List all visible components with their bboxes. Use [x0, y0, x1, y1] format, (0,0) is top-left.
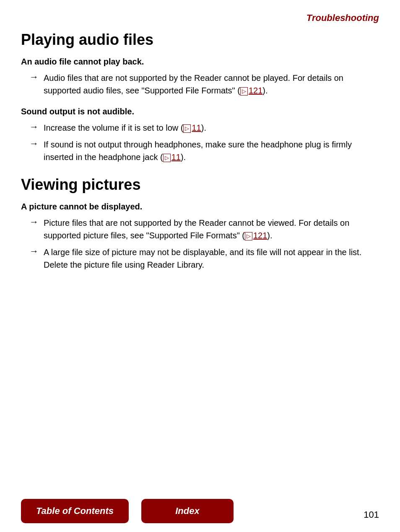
- ref-link[interactable]: 121: [249, 86, 262, 95]
- ref-link[interactable]: 11: [171, 152, 181, 162]
- list-item: → Increase the volume if it is set to lo…: [25, 121, 379, 134]
- arrow-icon: →: [29, 121, 39, 132]
- subsection-picture-not-displayed: A picture cannot be displayed. → Picture…: [21, 202, 379, 271]
- list-item: → Picture files that are not supported b…: [25, 217, 379, 242]
- list-item: → If sound is not output through headpho…: [25, 138, 379, 163]
- bullet-text: A large file size of picture may not be …: [44, 246, 379, 271]
- subsection-title-cannot-play: An audio file cannot play back.: [21, 57, 379, 67]
- bullets-sound: → Increase the volume if it is set to lo…: [25, 121, 379, 163]
- arrow-icon: →: [29, 138, 39, 149]
- page-footer: Table of Contents Index: [0, 490, 400, 532]
- arrow-icon: →: [29, 246, 39, 257]
- ref-icon[interactable]: ▷: [163, 154, 171, 162]
- index-button[interactable]: Index: [141, 499, 234, 523]
- bullet-text: Picture files that are not supported by …: [44, 217, 379, 242]
- subsection-cannot-play: An audio file cannot play back. → Audio …: [21, 57, 379, 97]
- subsection-title-picture: A picture cannot be displayed.: [21, 202, 379, 212]
- list-item: → A large file size of picture may not b…: [25, 246, 379, 271]
- table-of-contents-button[interactable]: Table of Contents: [21, 499, 129, 523]
- subsection-sound-not-audible: Sound output is not audible. → Increase …: [21, 107, 379, 163]
- arrow-icon: →: [29, 217, 39, 227]
- section-title-audio: Playing audio files: [21, 31, 379, 49]
- ref-link[interactable]: 121: [253, 231, 267, 240]
- ref-link[interactable]: 11: [192, 123, 201, 132]
- arrow-icon: →: [29, 72, 39, 83]
- bullet-text: If sound is not output through headphone…: [44, 138, 379, 163]
- chapter-title: Troubleshooting: [306, 13, 379, 23]
- bullet-text: Audio files that are not supported by th…: [44, 72, 379, 97]
- page-header: Troubleshooting: [21, 13, 379, 23]
- bullet-text: Increase the volume if it is set to low …: [44, 121, 206, 134]
- page-number: 101: [364, 509, 379, 520]
- section-playing-audio: Playing audio files An audio file cannot…: [21, 31, 379, 163]
- section-viewing-pictures: Viewing pictures A picture cannot be dis…: [21, 176, 379, 271]
- ref-icon[interactable]: ▷: [183, 124, 191, 133]
- bullets-picture: → Picture files that are not supported b…: [25, 217, 379, 271]
- ref-icon[interactable]: ▷: [245, 232, 252, 240]
- bullets-cannot-play: → Audio files that are not supported by …: [25, 72, 379, 97]
- section-title-pictures: Viewing pictures: [21, 176, 379, 194]
- page: Troubleshooting Playing audio files An a…: [0, 0, 400, 532]
- list-item: → Audio files that are not supported by …: [25, 72, 379, 97]
- subsection-title-sound: Sound output is not audible.: [21, 107, 379, 116]
- ref-icon[interactable]: ▷: [240, 87, 248, 96]
